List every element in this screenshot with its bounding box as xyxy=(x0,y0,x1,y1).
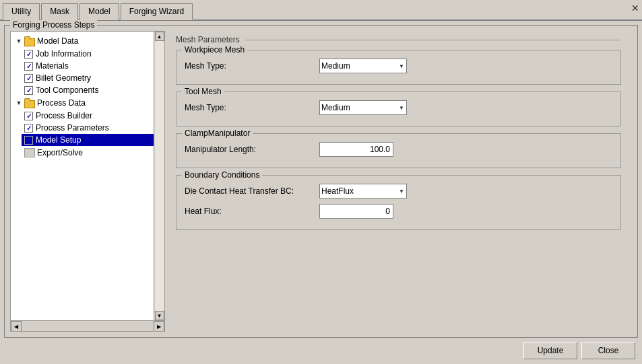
checkbox-tool-components[interactable] xyxy=(24,86,33,95)
workpiece-mesh-type-wrapper: Coarse Medium Fine Very Fine xyxy=(319,59,407,73)
scroll-right-arrow[interactable]: ▶ xyxy=(154,321,164,332)
tree-item-billet-geometry[interactable]: Billet Geometry xyxy=(22,72,154,84)
tree-item-materials[interactable]: Materials xyxy=(22,60,154,72)
boundary-conditions-section: Boundary Conditions Die Contact Heat Tra… xyxy=(176,175,621,230)
tree-item-process-data[interactable]: ▼ Process Data xyxy=(11,96,154,110)
mesh-parameters-header: Mesh Parameters xyxy=(176,35,621,44)
checkbox-process-builder[interactable] xyxy=(24,112,33,120)
tree-label-export-solve: Export/Solve xyxy=(37,148,83,157)
tool-mesh-title: Tool Mesh xyxy=(182,87,224,96)
expand-process-data-icon[interactable]: ▼ xyxy=(13,98,24,108)
tool-mesh-section: Tool Mesh Mesh Type: Coarse Medium Fine … xyxy=(176,92,621,126)
tree-container: ▼ Model Data Job Information Mate xyxy=(11,32,154,162)
tree-item-job-information[interactable]: Job Information xyxy=(22,48,154,60)
workpiece-mesh-type-label: Mesh Type: xyxy=(185,61,319,71)
tool-mesh-type-row: Mesh Type: Coarse Medium Fine Very Fine xyxy=(185,100,612,115)
horizontal-scrollbar[interactable]: ◀ ▶ xyxy=(11,320,164,331)
tree-label-process-data: Process Data xyxy=(37,98,86,108)
tree-item-model-setup[interactable]: Model Setup xyxy=(22,134,154,146)
tab-model[interactable]: Model xyxy=(79,3,119,20)
forging-process-steps-group: Forging Process Steps ▼ Model Data xyxy=(4,25,638,338)
tree-label-materials: Materials xyxy=(36,61,69,71)
workpiece-mesh-type-select[interactable]: Coarse Medium Fine Very Fine xyxy=(319,59,407,73)
boundary-conditions-title: Boundary Conditions xyxy=(182,170,262,180)
checkbox-process-parameters[interactable] xyxy=(24,124,33,133)
checkbox-billet-geometry[interactable] xyxy=(24,74,33,83)
heat-flux-row: Heat Flux: xyxy=(185,204,612,219)
tree-label-billet-geometry: Billet Geometry xyxy=(36,73,91,83)
tree-item-tool-components[interactable]: Tool Components xyxy=(22,84,154,96)
tree-label-process-parameters: Process Parameters xyxy=(36,123,109,133)
tree-label-tool-components: Tool Components xyxy=(36,85,98,95)
heat-flux-label: Heat Flux: xyxy=(185,207,319,216)
right-panel: Mesh Parameters Workpiece Mesh Mesh Type… xyxy=(165,31,632,332)
tree-label-job-information: Job Information xyxy=(36,49,92,59)
tab-bar: Utility Mask Model Forging Wizard ✕ xyxy=(0,0,642,21)
clamp-manipulator-section: ClampManipulator Manipulator Length: xyxy=(176,133,621,168)
group-box-title: Forging Process Steps xyxy=(10,20,97,30)
manipulator-length-row: Manipulator Length: xyxy=(185,142,612,157)
tree-scroll-area[interactable]: ▼ Model Data Job Information Mate xyxy=(11,32,154,320)
tree-item-process-parameters[interactable]: Process Parameters xyxy=(22,122,154,134)
tool-mesh-type-select[interactable]: Coarse Medium Fine Very Fine xyxy=(319,100,407,115)
scroll-up-arrow[interactable]: ▲ xyxy=(155,32,164,41)
scroll-down-arrow[interactable]: ▼ xyxy=(155,311,164,320)
h-scroll-track xyxy=(22,321,154,331)
tab-mask[interactable]: Mask xyxy=(41,3,78,20)
page-icon-export-solve xyxy=(24,148,35,157)
heat-flux-input[interactable] xyxy=(319,204,393,219)
die-contact-label: Die Contact Heat Transfer BC: xyxy=(185,186,319,196)
mesh-parameters-title: Mesh Parameters xyxy=(176,35,240,44)
left-panel: ▼ Model Data Job Information Mate xyxy=(10,31,165,332)
checkbox-model-setup[interactable] xyxy=(24,136,33,145)
checkbox-materials[interactable] xyxy=(24,62,33,71)
update-button[interactable]: Update xyxy=(523,342,577,359)
tool-mesh-type-label: Mesh Type: xyxy=(185,103,319,112)
main-content: Forging Process Steps ▼ Model Data xyxy=(0,21,642,364)
workpiece-mesh-type-row: Mesh Type: Coarse Medium Fine Very Fine xyxy=(185,59,612,73)
tab-forging-wizard[interactable]: Forging Wizard xyxy=(121,3,193,20)
die-contact-wrapper: HeatFlux Constant None xyxy=(319,184,407,198)
tool-mesh-type-wrapper: Coarse Medium Fine Very Fine xyxy=(319,100,407,115)
close-icon[interactable]: ✕ xyxy=(631,3,639,13)
clamp-manipulator-title: ClampManipulator xyxy=(182,129,253,138)
folder-process-data-icon xyxy=(24,98,35,108)
tree-label-model-data: Model Data xyxy=(37,36,78,46)
workpiece-mesh-title: Workpiece Mesh xyxy=(182,45,247,54)
manipulator-length-label: Manipulator Length: xyxy=(185,145,319,154)
tree-item-export-solve[interactable]: Export/Solve xyxy=(11,146,154,159)
workpiece-mesh-section: Workpiece Mesh Mesh Type: Coarse Medium … xyxy=(176,50,621,85)
tree-item-process-builder[interactable]: Process Builder xyxy=(22,110,154,122)
tree-item-model-data[interactable]: ▼ Model Data xyxy=(11,34,154,48)
bottom-bar: Update Close xyxy=(4,338,638,361)
scroll-left-arrow[interactable]: ◀ xyxy=(11,321,22,332)
tree-label-model-setup: Model Setup xyxy=(36,135,81,145)
vertical-scrollbar[interactable]: ▲ ▼ xyxy=(154,32,164,320)
left-panel-inner: ▼ Model Data Job Information Mate xyxy=(11,32,164,320)
tree-label-process-builder: Process Builder xyxy=(36,111,92,120)
die-contact-row: Die Contact Heat Transfer BC: HeatFlux C… xyxy=(185,184,612,198)
scroll-track xyxy=(155,41,164,311)
die-contact-select[interactable]: HeatFlux Constant None xyxy=(319,184,407,198)
tab-utility[interactable]: Utility xyxy=(3,3,40,20)
folder-model-data-icon xyxy=(24,36,35,46)
expand-model-data-icon[interactable]: ▼ xyxy=(13,36,24,46)
close-button[interactable]: Close xyxy=(581,342,635,359)
checkbox-job-information[interactable] xyxy=(24,50,33,59)
manipulator-length-input[interactable] xyxy=(319,142,393,157)
